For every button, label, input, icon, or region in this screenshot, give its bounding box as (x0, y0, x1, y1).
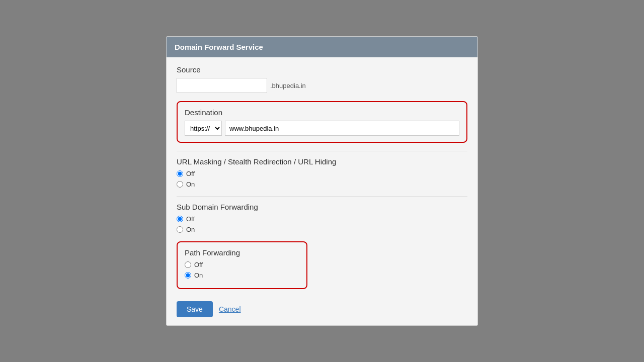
modal-title: Domain Forward Service (175, 43, 263, 51)
url-masking-on-radio[interactable] (177, 181, 183, 188)
sub-domain-on-text: On (186, 226, 195, 233)
source-domain-suffix: .bhupedia.in (270, 82, 306, 89)
divider-2 (177, 196, 467, 197)
path-forwarding-section: Path Forwarding Off On (177, 241, 307, 289)
source-label: Source (177, 65, 467, 74)
sub-domain-radio-group: Off On (177, 215, 467, 233)
destination-label: Destination (185, 108, 459, 117)
path-forwarding-off-text: Off (194, 261, 203, 268)
path-forwarding-on-radio[interactable] (185, 272, 191, 279)
url-masking-off-radio[interactable] (177, 170, 183, 177)
url-masking-off-text: Off (186, 170, 195, 177)
footer-row: Save Cancel (177, 301, 467, 317)
protocol-select[interactable]: https:// http:// (185, 121, 222, 136)
path-forwarding-on-text: On (194, 272, 203, 279)
sub-domain-off-label[interactable]: Off (177, 215, 467, 223)
path-forwarding-on-label[interactable]: On (185, 272, 299, 279)
source-input[interactable] (177, 78, 267, 93)
url-masking-off-label[interactable]: Off (177, 170, 467, 177)
sub-domain-on-label[interactable]: On (177, 226, 467, 233)
modal-body: Source .bhupedia.in Destination https://… (167, 57, 477, 325)
save-button[interactable]: Save (177, 301, 213, 317)
sub-domain-label: Sub Domain Forwarding (177, 203, 467, 211)
path-forwarding-label: Path Forwarding (185, 248, 299, 257)
source-section: Source .bhupedia.in (177, 65, 467, 93)
modal-header: Domain Forward Service (167, 37, 477, 57)
url-masking-on-text: On (186, 180, 195, 188)
divider-1 (177, 151, 467, 151)
sub-domain-off-radio[interactable] (177, 216, 183, 222)
destination-url-input[interactable] (225, 121, 459, 136)
sub-domain-section: Sub Domain Forwarding Off On (177, 203, 467, 233)
sub-domain-on-radio[interactable] (177, 226, 183, 233)
destination-row: https:// http:// (185, 121, 459, 136)
cancel-button[interactable]: Cancel (219, 305, 241, 313)
path-forwarding-off-label[interactable]: Off (185, 261, 299, 268)
modal-container: Domain Forward Service Source .bhupedia.… (166, 36, 478, 326)
url-masking-on-label[interactable]: On (177, 180, 467, 188)
url-masking-label: URL Masking / Stealth Redirection / URL … (177, 157, 467, 166)
path-forwarding-radio-group: Off On (185, 261, 299, 279)
url-masking-radio-group: Off On (177, 170, 467, 188)
sub-domain-off-text: Off (186, 215, 195, 223)
url-masking-section: URL Masking / Stealth Redirection / URL … (177, 157, 467, 188)
path-forwarding-off-radio[interactable] (185, 261, 191, 268)
source-row: .bhupedia.in (177, 78, 467, 93)
destination-section: Destination https:// http:// (177, 101, 467, 143)
